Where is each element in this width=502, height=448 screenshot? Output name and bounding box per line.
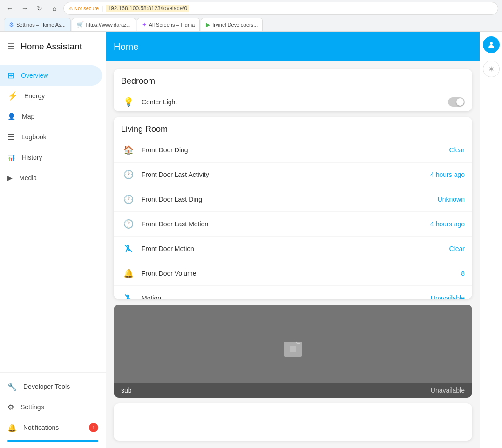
svg-point-1 xyxy=(127,246,129,248)
entity-front-door-last-motion[interactable]: 🕐 Front Door Last Motion 4 hours ago xyxy=(114,212,472,237)
right-panel xyxy=(480,32,502,448)
bedroom-card: Bedroom 💡 Center Light xyxy=(114,69,472,111)
front-door-motion-value: Clear xyxy=(449,245,465,252)
tab-figma-label: All Screens – Figma xyxy=(149,22,195,27)
motion-name: Motion xyxy=(142,294,425,299)
entity-front-door-motion[interactable]: Front Door Motion Clear xyxy=(114,237,472,261)
front-door-last-ding-value: Unknown xyxy=(438,196,465,203)
front-door-volume-icon: 🔔 xyxy=(121,266,136,281)
right-panel-settings-icon[interactable] xyxy=(483,61,500,77)
front-door-motion-icon xyxy=(121,241,136,256)
sidebar-item-settings[interactable]: ⚙ Settings xyxy=(0,397,106,417)
home-button[interactable]: ⌂ xyxy=(48,2,61,14)
logbook-icon: ☰ xyxy=(7,132,15,142)
front-door-ding-name: Front Door Ding xyxy=(142,146,444,154)
address-separator: | xyxy=(102,5,103,12)
camera-placeholder-icon xyxy=(282,338,304,365)
entity-center-light: 💡 Center Light xyxy=(114,90,472,111)
living-room-card-title: Living Room xyxy=(114,117,472,138)
front-door-ding-icon: 🏠 xyxy=(121,143,136,157)
tab-settings-favicon: ⚙ xyxy=(9,21,14,28)
motion-value: Unavailable xyxy=(431,294,465,299)
map-icon: 👤 xyxy=(7,113,15,120)
back-button[interactable]: ← xyxy=(4,2,16,14)
svg-point-5 xyxy=(490,42,493,45)
front-door-last-activity-icon: 🕐 xyxy=(121,167,136,182)
tab-irvinel[interactable]: ▶ Irvinel Developers... xyxy=(201,18,263,31)
front-door-last-motion-icon: 🕐 xyxy=(121,217,136,231)
tab-figma-favicon: ✦ xyxy=(142,21,147,28)
refresh-button[interactable]: ↻ xyxy=(34,2,46,14)
camera-card: sub Unavailable xyxy=(114,305,472,398)
settings-icon: ⚙ xyxy=(7,403,14,412)
sidebar-item-developer-tools[interactable]: 🔧 Developer Tools xyxy=(0,376,106,397)
sidebar-item-map[interactable]: 👤 Map xyxy=(0,106,102,127)
center-light-toggle[interactable] xyxy=(448,97,465,107)
center-light-name: Center Light xyxy=(142,98,442,106)
notifications-icon: 🔔 xyxy=(7,423,17,432)
bedroom-card-title: Bedroom xyxy=(114,69,472,90)
sidebar-scrollbar xyxy=(7,440,98,442)
center-light-icon: 💡 xyxy=(121,95,136,109)
sidebar-item-media-label: Media xyxy=(19,174,37,182)
front-door-last-ding-name: Front Door Last Ding xyxy=(142,196,432,203)
sidebar-item-notifications[interactable]: 🔔 Notifications 1 xyxy=(0,417,106,438)
entity-front-door-volume[interactable]: 🔔 Front Door Volume 8 xyxy=(114,261,472,286)
tab-daraz-favicon: 🛒 xyxy=(77,21,84,28)
right-panel-user-icon[interactable] xyxy=(483,36,500,53)
sidebar-nav: ⊞ Overview ⚡ Energy 👤 Map ☰ Logbook 📊 Hi… xyxy=(0,61,106,372)
content-area: Bedroom 💡 Center Light Living Room 🏠 Fro… xyxy=(106,61,480,448)
tab-figma[interactable]: ✦ All Screens – Figma xyxy=(137,18,200,31)
sidebar-title: Home Assistant xyxy=(20,41,82,52)
front-door-last-motion-value: 4 hours ago xyxy=(430,220,465,228)
developer-tools-icon: 🔧 xyxy=(7,382,17,391)
energy-icon: ⚡ xyxy=(7,91,18,101)
front-door-last-ding-icon: 🕐 xyxy=(121,192,136,207)
overview-icon: ⊞ xyxy=(7,70,14,81)
sidebar-item-map-label: Map xyxy=(22,113,34,120)
living-room-card: Living Room 🏠 Front Door Ding Clear 🕐 Fr… xyxy=(114,117,472,299)
main-content: Home Bedroom 💡 Center Light Living Room … xyxy=(106,32,480,448)
sidebar-header: ☰ Home Assistant xyxy=(0,32,106,61)
motion-icon xyxy=(121,291,136,299)
app-container: ☰ Home Assistant ⊞ Overview ⚡ Energy 👤 M… xyxy=(0,32,502,448)
entity-front-door-ding[interactable]: 🏠 Front Door Ding Clear xyxy=(114,138,472,163)
tab-irvinel-label: Irvinel Developers... xyxy=(212,22,258,27)
sidebar-bottom: 🔧 Developer Tools ⚙ Settings 🔔 Notificat… xyxy=(0,372,106,448)
front-door-ding-value: Clear xyxy=(449,146,465,154)
front-door-volume-name: Front Door Volume xyxy=(142,270,455,277)
sidebar-item-notifications-label: Notifications xyxy=(23,424,59,431)
top-bar: Home xyxy=(106,32,480,61)
entity-motion[interactable]: Motion Unavailable xyxy=(114,286,472,299)
history-icon: 📊 xyxy=(7,154,15,161)
front-door-last-activity-value: 4 hours ago xyxy=(430,171,465,178)
hamburger-button[interactable]: ☰ xyxy=(7,41,15,52)
sidebar-item-overview[interactable]: ⊞ Overview xyxy=(0,65,102,86)
front-door-volume-value: 8 xyxy=(461,270,465,277)
tab-settings-label: Settings – Home As... xyxy=(16,22,66,27)
camera-footer: sub Unavailable xyxy=(114,383,472,398)
sidebar-item-media[interactable]: ▶ Media xyxy=(0,168,102,188)
not-secure-label: ⚠ Not secure xyxy=(68,6,99,12)
entity-front-door-last-activity[interactable]: 🕐 Front Door Last Activity 4 hours ago xyxy=(114,163,472,187)
browser-chrome: ← → ↻ ⌂ ⚠ Not secure | 192.168.100.58:81… xyxy=(0,0,502,32)
url-text: 192.168.100.58:8123/lovelace/0 xyxy=(106,5,189,12)
sidebar-item-settings-label: Settings xyxy=(20,403,44,411)
entity-front-door-last-ding[interactable]: 🕐 Front Door Last Ding Unknown xyxy=(114,187,472,212)
sidebar-item-developer-tools-label: Developer Tools xyxy=(23,383,70,390)
page-title: Home xyxy=(114,41,138,52)
address-bar[interactable]: ⚠ Not secure | 192.168.100.58:8123/lovel… xyxy=(63,2,498,15)
sidebar-item-history[interactable]: 📊 History xyxy=(0,147,102,168)
camera-status: Unavailable xyxy=(431,387,465,394)
tab-irvinel-favicon: ▶ xyxy=(206,21,210,28)
notification-count-badge: 1 xyxy=(89,423,98,432)
bottom-card xyxy=(114,403,472,441)
front-door-last-activity-name: Front Door Last Activity xyxy=(142,171,425,178)
forward-button[interactable]: → xyxy=(19,2,31,14)
sidebar-item-logbook-label: Logbook xyxy=(21,133,47,141)
tab-daraz[interactable]: 🛒 https://www.daraz... xyxy=(72,18,136,31)
tab-settings[interactable]: ⚙ Settings – Home As... xyxy=(4,18,71,31)
browser-tabs: ⚙ Settings – Home As... 🛒 https://www.da… xyxy=(0,17,502,32)
sidebar-item-energy[interactable]: ⚡ Energy xyxy=(0,86,102,106)
sidebar-item-logbook[interactable]: ☰ Logbook xyxy=(0,127,102,147)
